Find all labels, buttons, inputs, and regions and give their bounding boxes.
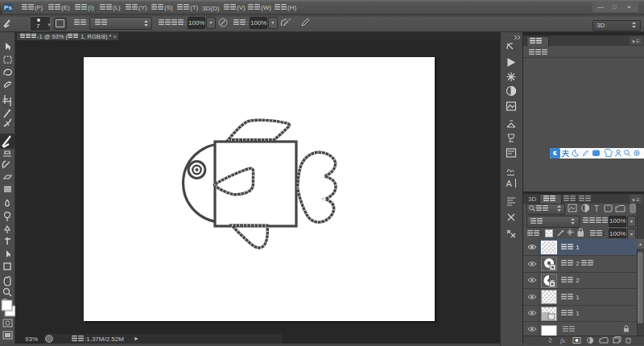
svg-text:fx.: fx. <box>560 337 567 344</box>
svg-text:T: T <box>594 204 599 213</box>
svg-text:A: A <box>506 179 513 188</box>
